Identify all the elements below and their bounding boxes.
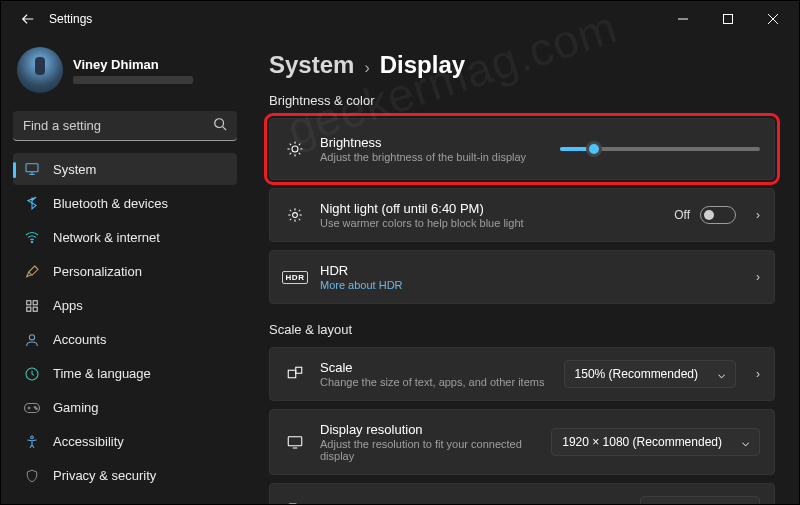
hdr-title: HDR: [320, 263, 736, 278]
svg-rect-12: [27, 307, 31, 311]
sidebar-item-time[interactable]: Time & language: [13, 358, 237, 390]
chevron-right-icon: ›: [750, 208, 760, 222]
brightness-sub: Adjust the brightness of the built-in di…: [320, 151, 546, 163]
section-brightness-color: Brightness & color: [269, 93, 775, 108]
svg-point-31: [293, 213, 298, 218]
sidebar-item-label: Apps: [53, 298, 83, 313]
scale-dropdown[interactable]: 150% (Recommended) ⌵: [564, 360, 736, 388]
svg-point-14: [29, 334, 34, 339]
close-button[interactable]: [750, 4, 795, 34]
sidebar-item-label: System: [53, 162, 96, 177]
orientation-title: Display orientation: [320, 503, 626, 505]
svg-rect-11: [33, 300, 37, 304]
wifi-icon: [23, 228, 41, 246]
brightness-icon: [284, 140, 306, 158]
brightness-title: Brightness: [320, 135, 546, 150]
svg-line-29: [290, 153, 292, 155]
scale-sub: Change the size of text, apps, and other…: [320, 376, 550, 388]
sidebar-item-wifi[interactable]: Network & internet: [13, 221, 237, 253]
sidebar-item-label: Gaming: [53, 400, 99, 415]
system-icon: [23, 160, 41, 178]
sidebar-item-label: Network & internet: [53, 230, 160, 245]
sidebar-item-gaming[interactable]: Gaming: [13, 392, 237, 424]
hdr-card[interactable]: HDR HDR More about HDR ›: [269, 250, 775, 304]
profile-name: Viney Dhiman: [73, 57, 193, 72]
sidebar-item-account[interactable]: Accounts: [13, 324, 237, 356]
svg-line-5: [223, 127, 227, 131]
sidebar-item-bluetooth[interactable]: Bluetooth & devices: [13, 187, 237, 219]
svg-rect-40: [288, 370, 296, 378]
svg-line-30: [299, 144, 301, 146]
sidebar-item-label: Bluetooth & devices: [53, 196, 168, 211]
svg-point-19: [34, 406, 36, 408]
sidebar-item-apps[interactable]: Apps: [13, 290, 237, 322]
breadcrumb: System › Display: [269, 51, 775, 79]
svg-point-22: [292, 146, 298, 152]
privacy-icon: [23, 467, 41, 485]
sidebar-item-system[interactable]: System: [13, 153, 237, 185]
night-light-title: Night light (off until 6:40 PM): [320, 201, 660, 216]
scale-title: Scale: [320, 360, 550, 375]
sidebar-item-accessibility[interactable]: Accessibility: [13, 426, 237, 458]
svg-line-35: [299, 219, 301, 221]
maximize-button[interactable]: [705, 4, 750, 34]
resolution-title: Display resolution: [320, 422, 537, 437]
svg-point-21: [31, 436, 34, 439]
svg-line-27: [290, 144, 292, 146]
chevron-down-icon: ⌵: [742, 503, 749, 504]
bluetooth-icon: [23, 194, 41, 212]
night-light-card[interactable]: Night light (off until 6:40 PM) Use warm…: [269, 188, 775, 242]
svg-rect-10: [27, 300, 31, 304]
title-bar: Settings: [1, 1, 799, 37]
chevron-down-icon: ⌵: [742, 435, 749, 449]
sidebar-item-privacy[interactable]: Privacy & security: [13, 460, 237, 492]
gaming-icon: [23, 399, 41, 417]
chevron-right-icon: ›: [750, 270, 760, 284]
chevron-down-icon: ⌵: [718, 367, 725, 381]
profile-email-redacted: [73, 76, 193, 84]
breadcrumb-parent[interactable]: System: [269, 51, 354, 79]
resolution-dropdown[interactable]: 1920 × 1080 (Recommended) ⌵: [551, 428, 760, 456]
night-light-state: Off: [674, 208, 690, 222]
svg-point-4: [215, 119, 224, 128]
resolution-icon: [284, 433, 306, 451]
scale-card[interactable]: Scale Change the size of text, apps, and…: [269, 347, 775, 401]
brightness-card[interactable]: Brightness Adjust the brightness of the …: [269, 118, 775, 180]
svg-rect-41: [296, 367, 302, 373]
hdr-icon: HDR: [284, 271, 306, 284]
orientation-icon: [284, 501, 306, 504]
hdr-link[interactable]: More about HDR: [320, 279, 736, 291]
sidebar-item-label: Accessibility: [53, 434, 124, 449]
time-icon: [23, 365, 41, 383]
resolution-card[interactable]: Display resolution Adjust the resolution…: [269, 409, 775, 475]
night-light-toggle[interactable]: [700, 206, 736, 224]
svg-point-20: [36, 408, 38, 410]
orientation-dropdown[interactable]: Landscape ⌵: [640, 496, 760, 504]
svg-point-9: [31, 242, 32, 243]
svg-rect-13: [33, 307, 37, 311]
svg-line-28: [299, 153, 301, 155]
night-light-icon: [284, 206, 306, 224]
sidebar-item-brush[interactable]: Personalization: [13, 256, 237, 288]
search-input[interactable]: Find a setting: [13, 111, 237, 141]
search-icon: [213, 117, 227, 134]
apps-icon: [23, 297, 41, 315]
profile[interactable]: Viney Dhiman: [13, 43, 237, 103]
svg-line-39: [299, 210, 301, 212]
minimize-button[interactable]: [660, 4, 705, 34]
svg-rect-6: [26, 164, 38, 172]
account-icon: [23, 331, 41, 349]
back-button[interactable]: [13, 12, 43, 26]
avatar: [17, 47, 63, 93]
nav-list: SystemBluetooth & devicesNetwork & inter…: [13, 153, 237, 492]
orientation-card[interactable]: Display orientation Landscape ⌵: [269, 483, 775, 504]
night-light-sub: Use warmer colors to help block blue lig…: [320, 217, 660, 229]
svg-rect-1: [723, 15, 732, 24]
accessibility-icon: [23, 433, 41, 451]
brush-icon: [23, 263, 41, 281]
scale-icon: [284, 365, 306, 383]
brightness-slider[interactable]: [560, 147, 760, 151]
sidebar-item-label: Accounts: [53, 332, 106, 347]
sidebar: Viney Dhiman Find a setting SystemBlueto…: [1, 37, 249, 504]
window-title: Settings: [49, 12, 92, 26]
